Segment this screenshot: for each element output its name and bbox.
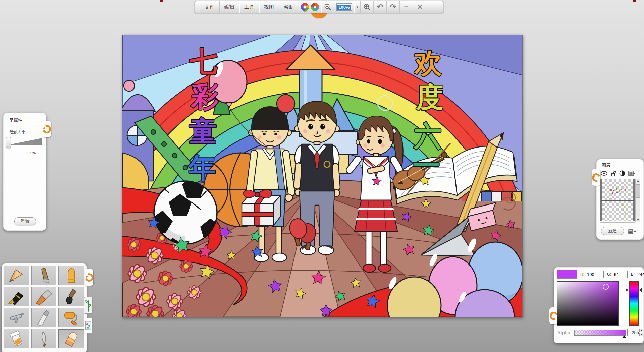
undo-icon: ↶ [377,3,383,11]
layer-thumbnail-2[interactable] [600,200,635,221]
zoom-level-value[interactable]: 100% [337,5,351,10]
alpha-bar[interactable] [574,330,626,336]
layer-thumbnail-1[interactable] [600,179,635,200]
options-list-icon [628,229,633,234]
r-input[interactable] [586,271,604,278]
picture-stamp-icon [85,319,91,332]
liner-nib-icon [34,330,54,347]
main-toolbar: 文件 编辑 工具 视图 帮助 100% ▼ [195,1,443,13]
plant-stamp-button[interactable] [84,297,93,314]
alpha-marker[interactable] [623,335,626,338]
scroll-down-icon[interactable] [637,219,639,221]
minimize-button[interactable]: − [400,1,413,13]
char-cai: 彩 [190,80,219,112]
handle-icon [83,272,94,283]
zoom-out-button[interactable] [321,1,334,13]
color-picker-cursor[interactable] [603,284,609,290]
palette-logo-icon[interactable] [311,3,319,11]
handle-dot-icon [593,176,595,178]
layers-panel-title: 图层 [602,162,610,168]
b-input[interactable] [636,271,644,278]
tool-palette-knife[interactable] [31,308,57,327]
palette-handle[interactable] [85,269,93,286]
layer-menu-icon[interactable] [628,170,635,176]
paint-roller-icon [61,309,82,326]
layers-panel-handle[interactable] [592,169,600,186]
spinner-up[interactable] [639,329,643,332]
zoom-level-dropdown[interactable]: ▼ [354,1,361,13]
app-window: 文件 编辑 工具 视图 帮助 100% ▼ [0,0,644,352]
g-input[interactable] [613,271,628,278]
scroll-up-icon[interactable] [637,180,639,182]
tool-paint-roller[interactable] [58,308,84,327]
handle-icon [41,123,52,134]
hue-marker-right[interactable] [639,288,642,292]
menu-edit[interactable]: 编辑 [220,1,239,13]
tool-ink-brush[interactable] [58,287,84,306]
tool-fountain-pen[interactable] [4,287,30,306]
zoom-in-button[interactable] [361,1,374,13]
reset-button[interactable]: 重置 [14,217,36,225]
logo-dot [304,10,306,12]
brush-size-label: 笔触大小 [9,129,25,135]
char-liu: 六 [413,120,441,152]
tool-grid [4,266,85,348]
char-huan: 欢 [414,47,442,79]
layer1-content [610,189,612,191]
airbrush-icon [6,309,27,326]
alpha-spinner[interactable] [639,329,643,336]
tool-crayon[interactable] [58,266,84,285]
menu-help[interactable]: 帮助 [279,1,299,13]
brush-size-slider-track[interactable] [7,136,43,148]
scrollbar-thumb[interactable] [636,184,640,198]
ink-brush-icon [61,288,82,305]
paint-jar-icon [6,330,27,347]
tool-paint-jar[interactable] [4,329,30,348]
menu-tools[interactable]: 工具 [239,1,259,13]
tool-liner-nib[interactable] [31,329,57,348]
layer-scrollbar[interactable] [635,179,640,222]
layer-lock-open-icon[interactable] [611,170,616,176]
zoom-level-field[interactable]: 100% [334,1,354,13]
tool-eraser[interactable] [58,329,84,348]
current-color-swatch [557,270,577,279]
toolbar-grip[interactable] [195,1,200,13]
layer-options-button[interactable] [628,228,637,235]
star-properties-panel: 星属性 笔触大小 5% 重置 [3,113,46,231]
eraser-icon [61,331,82,347]
alpha-value[interactable]: 255 [627,329,640,336]
layer-visibility-eye-icon[interactable] [600,171,608,176]
b-label: B: [631,272,635,277]
mode-switch-buttons[interactable] [299,1,321,13]
drawing-canvas[interactable]: 七 彩 童 年 欢 度 六 一 [122,35,523,317]
desktop-peek-right [633,0,636,2]
tool-sharp-pencil[interactable] [4,266,30,285]
undo-button[interactable]: ↶ [374,1,387,13]
spinner-down[interactable] [639,333,643,336]
app-logo-icon[interactable] [301,3,309,11]
redo-button[interactable]: ↷ [387,1,400,13]
hue-marker-left[interactable] [626,288,628,292]
tool-palette [2,263,87,352]
tool-flat-brush[interactable] [31,287,57,306]
sharp-pencil-icon [6,267,27,284]
layer-opacity-icon[interactable] [619,170,625,176]
handle-dot-icon [86,276,88,278]
char-qi: 七 [190,46,217,77]
menu-view[interactable]: 视图 [259,1,279,13]
tool-airbrush[interactable] [4,308,30,327]
menu-file[interactable]: 文件 [200,1,220,13]
close-button[interactable]: ✕ [413,1,427,13]
red-balloon [277,95,295,113]
new-layer-button[interactable]: 新建 [601,227,624,235]
zoom-in-icon [363,3,371,11]
canvas-artwork: 七 彩 童 年 欢 度 六 一 [122,35,522,317]
saturation-value-field[interactable] [557,281,619,326]
flat-brush-icon [34,288,54,305]
star-panel-handle[interactable] [42,121,51,137]
hue-bar[interactable] [629,281,639,326]
spinner-down-icon [640,334,642,335]
picture-stamp-button[interactable] [84,318,93,333]
brush-size-slider-thumb[interactable] [6,137,11,148]
tool-charcoal-stick[interactable] [31,266,57,285]
